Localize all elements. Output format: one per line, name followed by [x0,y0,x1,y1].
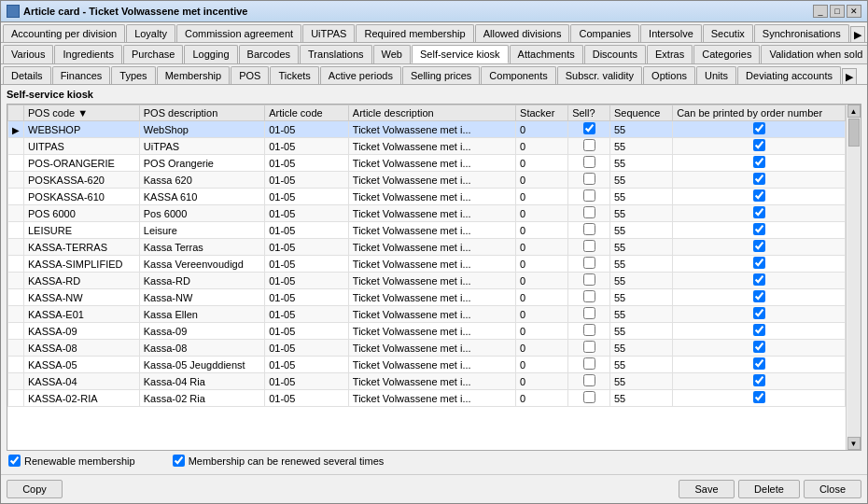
sell-checkbox[interactable] [583,173,595,185]
printable-checkbox[interactable] [753,156,765,168]
sell-cell[interactable] [568,222,610,239]
col-art-code[interactable]: Article code [265,105,349,121]
tab-discounts[interactable]: Discounts [584,45,646,63]
printable-checkbox[interactable] [753,257,765,269]
col-stacker[interactable]: Stacker [516,105,568,121]
printable-cell[interactable] [673,323,846,340]
sell-checkbox[interactable] [583,357,595,370]
col-printable[interactable]: Can be printed by order number [673,105,846,121]
printable-checkbox[interactable] [753,122,765,134]
table-row[interactable]: KASSA-NWKassa-NW01-05Ticket Volwassene m… [8,289,846,306]
sell-checkbox[interactable] [583,341,595,353]
sell-cell[interactable] [568,340,610,357]
printable-checkbox[interactable] [753,139,765,151]
tab-tickets[interactable]: Tickets [270,66,318,84]
sell-checkbox[interactable] [583,324,595,336]
printable-checkbox[interactable] [753,173,765,185]
tab-attachments[interactable]: Attachments [510,45,583,63]
printable-checkbox[interactable] [753,307,765,319]
sell-checkbox[interactable] [583,122,595,134]
table-row[interactable]: KASSA-E01Kassa Ellen01-05Ticket Volwasse… [8,306,846,323]
tab-loyalty[interactable]: Loyalty [126,24,175,42]
scrollbar[interactable]: ▲ ▼ [846,105,861,450]
tab-logging[interactable]: Logging [184,45,237,63]
printable-cell[interactable] [673,155,846,172]
sell-cell[interactable] [568,289,610,306]
col-pos-code[interactable]: POS code ▼ [24,105,140,121]
tab-accounting-per-division[interactable]: Accounting per division [3,24,125,42]
tab-intersolve[interactable]: Intersolve [640,24,702,42]
renewable-membership-checkbox[interactable] [8,455,21,467]
scrollbar-thumb[interactable] [848,119,860,147]
tab-companies[interactable]: Companies [570,24,639,42]
sell-checkbox[interactable] [583,290,595,302]
tab-web[interactable]: Web [373,45,411,63]
printable-checkbox[interactable] [753,290,765,302]
table-row[interactable]: KASSA-04Kassa-04 Ria01-05Ticket Volwasse… [8,373,846,390]
printable-cell[interactable] [673,289,846,306]
tab-translations[interactable]: Translations [300,45,372,63]
tab-categories[interactable]: Categories [693,45,760,63]
tab-active-periods[interactable]: Active periods [320,66,401,84]
tab-various[interactable]: Various [3,45,53,63]
tab-extras[interactable]: Extras [647,45,693,63]
printable-cell[interactable] [673,222,846,239]
sell-cell[interactable] [568,121,610,138]
tab-finances[interactable]: Finances [52,66,111,84]
col-sequence[interactable]: Sequence [609,105,672,121]
tab-subscr-validity[interactable]: Subscr. validity [557,66,642,84]
printable-checkbox[interactable] [753,324,765,336]
table-scroll-area[interactable]: POS code ▼ POS description Article code … [7,105,846,450]
sell-checkbox[interactable] [583,391,595,403]
tab-types[interactable]: Types [111,66,155,84]
printable-cell[interactable] [673,357,846,373]
scrollbar-up-button[interactable]: ▲ [847,105,861,118]
renewable-membership-label[interactable]: Renewable membership [8,455,135,467]
table-row[interactable]: KASSA-09Kassa-0901-05Ticket Volwassene m… [8,323,846,340]
sell-cell[interactable] [568,357,610,373]
printable-checkbox[interactable] [753,374,765,386]
close-button[interactable]: Close [804,480,861,498]
sell-checkbox[interactable] [583,206,595,218]
printable-checkbox[interactable] [753,357,765,370]
printable-cell[interactable] [673,273,846,289]
printable-cell[interactable] [673,138,846,155]
printable-checkbox[interactable] [753,189,765,202]
printable-checkbox[interactable] [753,391,765,403]
table-row[interactable]: POS 6000Pos 600001-05Ticket Volwassene m… [8,205,846,222]
table-row[interactable]: KASSA-08Kassa-0801-05Ticket Volwassene m… [8,340,846,357]
table-row[interactable]: KASSA-05Kassa-05 Jeugddienst01-05Ticket … [8,357,846,373]
delete-button[interactable]: Delete [738,480,800,498]
col-art-desc[interactable]: Article description [348,105,515,121]
tab-components[interactable]: Components [481,66,555,84]
printable-checkbox[interactable] [753,240,765,252]
col-sell[interactable]: Sell? [568,105,610,121]
printable-cell[interactable] [673,340,846,357]
copy-button[interactable]: Copy [7,480,63,498]
sell-checkbox[interactable] [583,139,595,151]
tab-secutix[interactable]: Secutix [703,24,753,42]
printable-checkbox[interactable] [753,273,765,286]
sell-cell[interactable] [568,373,610,390]
table-row[interactable]: ▶WEBSHOPWebShop01-05Ticket Volwassene me… [8,121,846,138]
table-row[interactable]: POSKASSA-610KASSA 61001-05Ticket Volwass… [8,189,846,205]
minimize-button[interactable]: _ [813,5,828,18]
tab-options[interactable]: Options [643,66,695,84]
sell-checkbox[interactable] [583,223,595,235]
tab-row1-right-arrow[interactable]: ▶ [850,26,865,42]
printable-cell[interactable] [673,373,846,390]
membership-renewed-checkbox[interactable] [173,455,185,467]
sell-cell[interactable] [568,256,610,273]
table-row[interactable]: LEISURELeisure01-05Ticket Volwassene met… [8,222,846,239]
printable-cell[interactable] [673,205,846,222]
printable-checkbox[interactable] [753,206,765,218]
printable-cell[interactable] [673,390,846,407]
tab-details[interactable]: Details [3,66,51,84]
col-pos-desc[interactable]: POS description [139,105,264,121]
printable-cell[interactable] [673,239,846,256]
tab-self-service-kiosk[interactable]: Self-service kiosk [412,45,509,63]
tab-uitpas[interactable]: UiTPAS [302,24,355,42]
tab-synchronisations[interactable]: Synchronisations [754,24,849,42]
close-window-button[interactable]: ✕ [847,5,861,18]
printable-cell[interactable] [673,121,846,138]
